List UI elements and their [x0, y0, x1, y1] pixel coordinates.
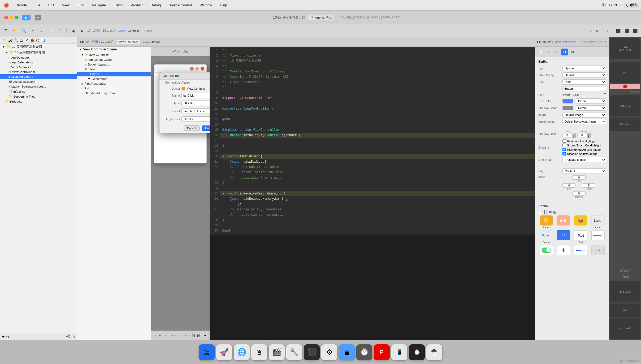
- palette-item-progress[interactable]: [573, 245, 589, 256]
- nav-add-button[interactable]: +: [2, 334, 5, 339]
- size-any-h[interactable]: hAny: [182, 50, 188, 53]
- nav-item-assets[interactable]: 📦 Assets.xcassets: [0, 79, 77, 84]
- nav-item-root-group[interactable]: ▼ 📁 10-应用程序对象介绍: [0, 44, 77, 50]
- nav-report-icon[interactable]: 📊: [41, 38, 45, 42]
- canvas-add-btn[interactable]: +: [155, 334, 156, 337]
- minimize-button[interactable]: [10, 16, 13, 19]
- scene-responder-item[interactable]: ◉ First Responder: [77, 81, 151, 86]
- nav-debug-icon[interactable]: 🐞: [30, 38, 34, 42]
- palette-item-button[interactable]: Button Button: [538, 230, 554, 244]
- connect-button[interactable]: Connect: [202, 125, 210, 131]
- dock-finder[interactable]: 🗂: [199, 344, 215, 360]
- canvas-filter-btn[interactable]: ⊙: [158, 334, 161, 337]
- nav-file-icon[interactable]: 📁: [2, 38, 7, 42]
- nav-toggle-icon[interactable]: ⊞: [72, 335, 75, 339]
- input-method[interactable]: QQ拼音: [624, 3, 639, 8]
- breadcrumb-item2[interactable]: 10-...介绍: [103, 29, 115, 33]
- editor-standard-icon[interactable]: ⊟: [586, 27, 593, 34]
- breadcrumb-path4[interactable]: View: [143, 40, 149, 44]
- window-menu[interactable]: Window: [198, 3, 214, 8]
- shadow-width-input[interactable]: [562, 133, 572, 137]
- scene-vc-item[interactable]: ▼ ● View Controller: [77, 52, 151, 57]
- dock-settings[interactable]: ⚙: [321, 344, 337, 360]
- breadcrumb-path2[interactable]: 10-...介绍: [101, 40, 114, 44]
- textcolor-swatch[interactable]: [562, 99, 573, 103]
- close-button[interactable]: [4, 16, 8, 19]
- inspector-tab-size[interactable]: ⊞: [569, 49, 576, 55]
- help-menu[interactable]: Help: [218, 3, 229, 8]
- inspector-state-select[interactable]: Default: [562, 72, 606, 78]
- inset-right-input[interactable]: [582, 183, 595, 188]
- breadcrumb-item1[interactable]: 10-...介绍: [87, 29, 100, 33]
- scene-top-layout[interactable]: ▭ Top Layout Guide: [77, 57, 151, 62]
- palette-item-stepper[interactable]: − +: [590, 245, 606, 256]
- nav-item-appdelegate-m[interactable]: m AppDelegate.m: [0, 60, 77, 65]
- dock-phone[interactable]: 📱: [391, 344, 407, 360]
- ib-extra-btn[interactable]: [201, 67, 204, 71]
- palette-item-segmented[interactable]: 1 2: [556, 230, 571, 244]
- highlighted-checkbox[interactable]: [562, 148, 566, 151]
- dock-appstore[interactable]: 🖥: [339, 344, 355, 360]
- arguments-select[interactable]: Sender: [181, 116, 210, 122]
- nav-vcs-icon[interactable]: ⎇: [8, 38, 12, 42]
- close-editor-icon[interactable]: ✕: [605, 40, 607, 44]
- inspector-image-select[interactable]: Default Image: [562, 112, 606, 118]
- ib-min-btn[interactable]: [195, 67, 199, 71]
- right-thumb-png2[interactable]: .png 07-...: [610, 95, 640, 116]
- height-down[interactable]: ▼: [587, 135, 591, 138]
- canvas-mode1[interactable]: ⊟: [192, 333, 195, 338]
- right-forward-icon[interactable]: ▶: [539, 40, 541, 44]
- breadcrumb-item3[interactable]: View: [119, 29, 125, 32]
- find-menu[interactable]: Find: [76, 3, 86, 8]
- nav-filter-icon[interactable]: ⊙: [6, 335, 9, 339]
- nav-item-viewcontroller-m[interactable]: m ViewController.m: [0, 70, 77, 74]
- inspector-type-select[interactable]: System: [562, 66, 606, 71]
- palette-item-plain-label[interactable]: Label Label: [590, 215, 606, 229]
- inset-left-input[interactable]: [562, 183, 576, 188]
- xcode-menu[interactable]: Xcode: [15, 3, 28, 8]
- debug-menu[interactable]: Debug: [149, 3, 162, 8]
- file-icon[interactable]: 📂: [11, 27, 19, 34]
- back-nav-icon[interactable]: ◀: [79, 40, 81, 44]
- right-thumb-png1[interactable]: .png: [610, 62, 640, 83]
- nav-item-supporting[interactable]: 📁 Supporting Files: [0, 94, 77, 99]
- scene-constraints-item[interactable]: ▼ Constraints: [77, 76, 151, 81]
- scene-entry-item[interactable]: → Storyboard Entry Point: [77, 91, 151, 96]
- inspector-linebreak-select[interactable]: Truncate Middle: [562, 157, 606, 162]
- navigate-menu[interactable]: Navigate: [90, 3, 107, 8]
- inspector-tab-quick-help[interactable]: ?: [545, 49, 552, 55]
- right-thumb-xlsx[interactable]: ...xlsx 第13...业地: [610, 38, 640, 59]
- nav-search-icon[interactable]: 🔍: [14, 38, 19, 42]
- back-icon[interactable]: ◀: [69, 27, 77, 34]
- apple-menu[interactable]: 🍎: [2, 2, 11, 8]
- dock-tools[interactable]: 🔧: [286, 344, 302, 360]
- font-picker-icon[interactable]: T: [604, 93, 606, 97]
- editor-version-icon[interactable]: ⊡: [603, 27, 610, 34]
- right-thumb-red[interactable]: [610, 84, 640, 89]
- breadcrumb-path1[interactable]: 10-...介绍: [85, 40, 98, 44]
- scene-disclosure[interactable]: ▼: [79, 48, 82, 51]
- scene-exit-item[interactable]: ◁ Exit: [77, 86, 151, 91]
- shadow-width-stepper[interactable]: ▲ ▼: [572, 133, 576, 138]
- forward-icon[interactable]: ▶: [78, 27, 86, 34]
- breadcrumb-item4[interactable]: Controller: [128, 29, 141, 32]
- nav-property-icon[interactable]: ⓪: [66, 334, 70, 339]
- palette-item-slider[interactable]: [590, 230, 606, 244]
- cancel-button[interactable]: Cancel: [184, 125, 200, 131]
- palette-icon3[interactable]: ⏺: [548, 210, 552, 214]
- warning-icon[interactable]: ⚠: [29, 27, 37, 34]
- type-select[interactable]: UIButton: [181, 101, 210, 106]
- nav-item-main-storyboard[interactable]: ■ Main.storyboard: [0, 74, 77, 79]
- right-breadcrumb-file[interactable]: ViewController.m: [554, 40, 576, 44]
- nav-breakpoint-icon[interactable]: ⬡: [36, 38, 39, 42]
- shadow-height-stepper[interactable]: ▲ ▼: [587, 133, 591, 138]
- inspector-tab-file[interactable]: 📄: [537, 49, 544, 55]
- dock-launchpad[interactable]: 🚀: [216, 344, 232, 360]
- source-control-menu[interactable]: Source Control: [167, 3, 193, 8]
- breadcrumb-item5[interactable]: Button: [144, 29, 152, 32]
- palette-item-cube[interactable]: 📦: [573, 215, 589, 229]
- dock-trash[interactable]: 🗑: [426, 344, 442, 360]
- event-select[interactable]: Touch Up Inside: [181, 109, 210, 114]
- dock-safari[interactable]: 🌐: [234, 344, 250, 360]
- inspector-bg-select[interactable]: Default Background Image: [562, 119, 606, 124]
